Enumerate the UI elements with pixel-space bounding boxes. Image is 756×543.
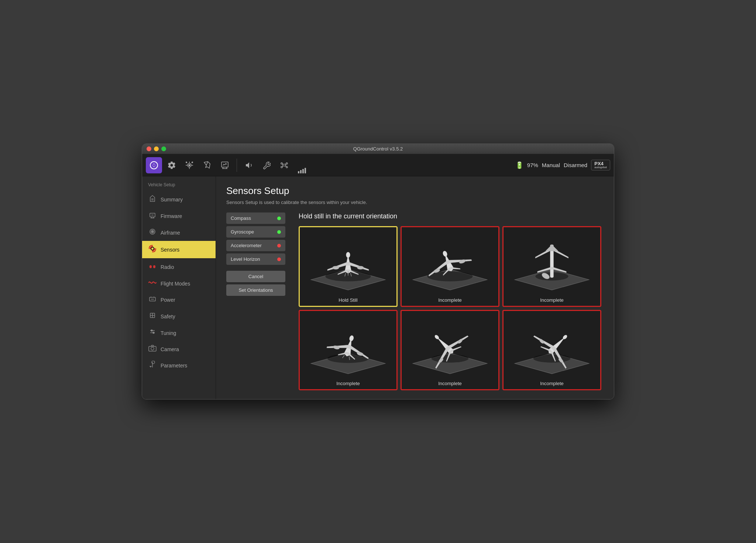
sidebar-label-camera: Camera [161,346,179,352]
compass-button[interactable]: Compass [226,212,285,224]
toolbar-divider-1 [237,159,237,172]
cell-label-5: Incomplete [540,381,564,386]
svg-point-39 [153,332,154,333]
svg-rect-28 [153,265,155,268]
sidebar-item-tuning[interactable]: Tuning [142,325,216,341]
flightmodes-icon [148,279,157,288]
flight-mode: Manual [542,162,560,168]
battery-level: 97% [527,162,538,168]
svg-point-37 [151,330,152,331]
sidebar-item-safety[interactable]: Safety [142,308,216,325]
sidebar-label-power: Power [161,297,175,303]
cell-label-0: Hold Still [339,297,357,303]
svg-point-25 [152,231,153,232]
parameters-icon [148,361,157,370]
sidebar-title: Vehicle Setup [142,180,216,191]
window-title: QGroundControl v3.5.2 [353,146,403,152]
settings-button[interactable] [164,157,180,173]
orientation-cell-5[interactable]: Incomplete [502,310,601,390]
svg-point-41 [151,347,154,350]
firmware-icon [148,211,157,221]
toolbar: 🔋 97% Manual Disarmed PX4 autopilot [142,154,614,176]
left-controls: Compass Gyroscope Accelerometer [226,212,293,296]
set-orientations-button[interactable]: Set Orientations [226,284,285,296]
gyroscope-status [277,230,281,234]
cancel-button[interactable]: Cancel [226,271,285,282]
sidebar-item-sensors[interactable]: Sensors [142,241,216,258]
sidebar: Vehicle Setup Summary [142,176,216,399]
airframe-icon [148,228,157,237]
tools-button[interactable] [258,157,275,173]
svg-point-61 [349,335,354,342]
compass-status [277,217,281,220]
svg-point-3 [189,165,190,166]
sidebar-item-summary[interactable]: Summary [142,191,216,208]
gyroscope-button[interactable]: Gyroscope [226,226,285,238]
svg-point-26 [151,247,154,250]
content-area: Sensors Setup Sensors Setup is used to c… [216,176,614,399]
svg-line-17 [282,166,283,167]
toolbar-left [146,157,310,173]
accelerometer-button[interactable]: Accelerometer [226,240,285,251]
camera-icon [148,345,157,353]
notifications-button[interactable] [241,157,257,173]
sensor-buttons: Compass Gyroscope Accelerometer [226,212,300,265]
sidebar-label-flightmodes: Flight Modes [161,281,190,287]
orientation-cell-4[interactable]: Incomplete [401,310,499,390]
sidebar-label-sensors: Sensors [161,247,179,253]
sensors-icon [148,245,157,255]
sidebar-item-radio[interactable]: Radio [142,258,216,276]
orientation-cell-2[interactable]: Incomplete [502,226,601,307]
svg-point-44 [346,252,350,258]
qgc-home-button[interactable] [146,157,162,173]
title-bar: QGroundControl v3.5.2 [142,144,614,154]
signal-button [294,157,310,173]
controls-row: Compass Gyroscope Accelerometer [226,212,604,390]
orientation-section: Hold still in the current orientation [299,212,604,390]
sidebar-item-camera[interactable]: Camera [142,341,216,357]
vehicle-button[interactable] [181,157,197,173]
flightplan-button[interactable] [199,157,215,173]
svg-point-72 [533,354,571,362]
analyze-button[interactable] [217,157,233,173]
sidebar-item-power[interactable]: Power [142,291,216,308]
arm-status: Disarmed [564,162,587,168]
page-title: Sensors Setup [226,185,604,197]
maximize-button[interactable] [161,146,166,151]
orientation-cell-1[interactable]: Incomplete [401,226,499,307]
drone-button[interactable] [276,157,292,173]
close-button[interactable] [147,146,151,151]
sidebar-label-parameters: Parameters [161,363,187,369]
toolbar-right: 🔋 97% Manual Disarmed PX4 autopilot [515,160,610,170]
battery-icon: 🔋 [515,161,523,169]
gyroscope-label: Gyroscope [231,229,254,235]
minimize-button[interactable] [154,146,159,151]
orientation-grid: Hold Still [299,226,601,390]
cell-label-4: Incomplete [438,381,462,386]
orientation-title: Hold still in the current orientation [299,212,604,220]
sidebar-item-firmware[interactable]: Firmware [142,208,216,224]
orientation-cell-0[interactable]: Hold Still [299,226,398,307]
tuning-icon [148,328,157,338]
power-icon [148,295,157,304]
main-content: Vehicle Setup Summary [142,176,614,399]
sidebar-item-parameters[interactable]: Parameters [142,357,216,374]
sidebar-label-summary: Summary [161,197,183,203]
svg-rect-10 [283,164,286,166]
svg-point-45 [333,266,339,269]
svg-line-16 [286,164,286,165]
svg-line-8 [206,162,208,165]
sidebar-label-firmware: Firmware [161,213,182,219]
level-horizon-status [277,257,281,261]
sidebar-item-airframe[interactable]: Airframe [142,224,216,241]
app-window: QGroundControl v3.5.2 [142,143,614,400]
px4-logo: PX4 autopilot [591,160,610,170]
cell-label-3: Incomplete [336,381,360,386]
orientation-cell-3[interactable]: Incomplete [299,310,398,390]
svg-point-67 [432,354,469,362]
sidebar-item-flightmodes[interactable]: Flight Modes [142,276,216,291]
level-horizon-button[interactable]: Level Horizon [226,253,285,265]
summary-icon [148,195,157,204]
accelerometer-label: Accelerometer [231,243,262,248]
compass-label: Compass [231,215,251,221]
